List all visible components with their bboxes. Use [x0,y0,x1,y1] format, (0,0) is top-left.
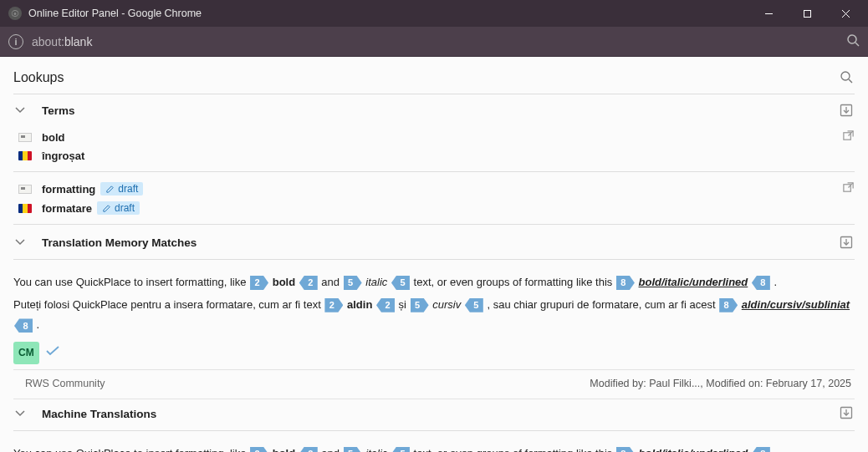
term-target-text: îngroșat [42,150,84,162]
search-icon[interactable] [846,33,860,49]
pencil-icon [105,185,115,194]
tag-open[interactable]: 2 [324,298,343,312]
flag-target-icon [18,151,32,160]
tag-close[interactable]: 8 [14,318,33,333]
open-external-icon[interactable] [842,181,855,196]
tag-open[interactable]: 8 [616,447,635,452]
draft-badge: draft [97,201,140,215]
site-info-icon[interactable]: i [8,34,23,49]
tag-open[interactable]: 8 [719,298,738,312]
draft-label: draft [118,183,138,195]
terms-download-icon[interactable] [840,104,855,119]
minimize-button[interactable] [749,0,788,27]
tag-open[interactable]: 5 [411,298,429,312]
open-external-icon[interactable] [842,130,855,145]
close-button[interactable] [826,0,865,27]
tag-close[interactable]: 8 [752,447,770,452]
draft-badge: draft [100,182,143,196]
flag-source-icon [18,185,32,194]
term-target-row: formatare draft [13,199,855,217]
maximize-button[interactable] [788,0,826,27]
tag-close[interactable]: 5 [391,447,410,452]
terms-section-header[interactable]: Terms [13,99,855,125]
tag-close[interactable]: 2 [376,298,395,312]
url-display[interactable]: about:blank [32,35,846,48]
tm-meta-row: RWS Community Modified by: Paul Filki...… [13,369,855,399]
term-source-row: formatting draft [13,179,855,199]
svg-rect-10 [844,133,850,140]
window-title: Online Editor Panel - Google Chrome [28,8,749,19]
tag-open[interactable]: 5 [344,276,362,290]
flag-source-icon [18,133,32,142]
tm-modified-info: Modified by: Paul Filki..., Modified on:… [590,374,855,394]
mt-download-icon[interactable] [840,406,855,421]
term-source-text: bold [42,131,64,144]
tag-open[interactable]: 8 [616,276,635,290]
lookups-search-icon[interactable] [840,70,855,85]
svg-rect-1 [804,10,810,17]
tm-download-icon[interactable] [840,236,855,251]
cm-badge: CM [13,342,39,364]
window-titlebar: ⦿ Online Editor Panel - Google Chrome [0,0,868,27]
mt-body: You can use QuickPlace to insert formatt… [13,436,855,452]
tag-open[interactable]: 2 [250,276,268,290]
tm-target-segment: Puteți folosi QuickPlace pentru a insera… [13,294,855,337]
tag-close[interactable]: 5 [465,298,483,312]
chevron-down-icon [13,235,27,248]
term-block: formatting draft formatare draft [13,177,855,222]
pencil-icon [102,204,111,213]
address-bar: i about:blank [0,27,868,57]
page-header: Lookups [13,67,855,92]
tag-close[interactable]: 2 [299,447,318,452]
mt-section-header[interactable]: Machine Translations [13,399,855,429]
chevron-down-icon [13,103,27,116]
tm-status-row: CM [13,337,855,368]
svg-line-5 [855,43,859,46]
tm-match-body: You can use QuickPlace to insert formatt… [13,265,855,399]
tm-section-header[interactable]: Translation Memory Matches [13,230,855,257]
url-protocol: about: [32,35,64,48]
svg-point-4 [848,35,856,43]
draft-label: draft [115,202,135,214]
term-source-text: formatting [42,183,95,196]
app-favicon: ⦿ [8,7,22,20]
tag-close[interactable]: 2 [299,276,318,290]
url-path: blank [64,35,92,48]
tag-close[interactable]: 5 [391,276,410,290]
tag-open[interactable]: 5 [344,447,362,452]
svg-point-6 [841,72,850,80]
terms-title: Terms [42,104,840,117]
term-source-row: bold [13,127,855,147]
tag-open[interactable]: 2 [250,447,268,452]
svg-line-7 [849,79,852,83]
tm-provider: RWS Community [13,374,105,394]
page-title: Lookups [13,70,840,85]
mt-title: Machine Translations [42,408,840,420]
flag-target-icon [18,204,32,213]
chevron-down-icon [13,406,27,419]
mt-source-segment: You can use QuickPlace to insert formatt… [13,443,855,452]
svg-rect-12 [844,185,850,191]
tm-source-segment: You can use QuickPlace to insert formatt… [13,272,855,294]
tag-close[interactable]: 8 [752,276,770,290]
term-block: bold îngroșat [13,125,855,170]
tm-title: Translation Memory Matches [42,236,840,249]
term-target-text: formatare [42,202,92,215]
check-icon [46,343,59,363]
content-area: Lookups Terms bold îngroșat [0,57,868,452]
term-target-row: îngroșat [13,147,855,165]
